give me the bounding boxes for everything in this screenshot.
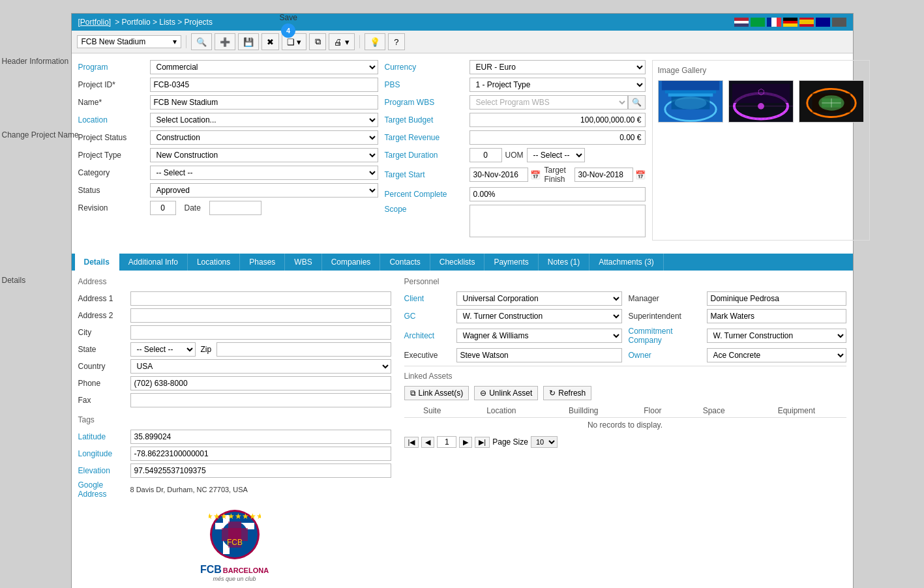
category-select[interactable]: -- Select --	[150, 166, 378, 180]
owner-right: Owner Ace Concrete	[629, 348, 846, 362]
page-size-select[interactable]: 10	[531, 436, 558, 448]
portfolio-link[interactable]: [Portfolio]	[78, 18, 112, 27]
gallery-image-1[interactable]	[658, 80, 723, 123]
phone-input[interactable]	[130, 376, 391, 390]
status-select[interactable]: Approved	[150, 183, 378, 198]
tab-details[interactable]: Details	[75, 254, 119, 271]
longitude-row: Longitude	[78, 447, 391, 461]
save-button[interactable]: 💾	[238, 33, 259, 50]
target-finish-label: Target Finish	[544, 166, 571, 184]
state-select[interactable]: -- Select --	[130, 342, 196, 357]
target-budget-row: Target Budget	[385, 113, 646, 127]
link-asset-btn[interactable]: ⧉ Link Asset(s)	[404, 386, 469, 400]
pagination: |◀ ◀ ▶ ▶| Page Size 10	[404, 436, 846, 448]
tabs-bar: Details Additional Info Locations Phases…	[72, 254, 853, 271]
executive-row: Executive Owner Ace Concrete	[404, 348, 846, 362]
target-duration-input[interactable]	[469, 148, 502, 162]
address1-input[interactable]	[130, 291, 391, 306]
latitude-input[interactable]	[130, 430, 391, 444]
tab-checklists[interactable]: Checklists	[430, 254, 485, 271]
gallery-image-3[interactable]	[799, 80, 864, 123]
gc-select[interactable]: W. Turner Construction	[456, 309, 622, 323]
architect-select[interactable]: Wagner & Williams	[456, 329, 622, 343]
target-finish-input[interactable]	[574, 168, 633, 182]
tab-notes[interactable]: Notes (1)	[539, 254, 589, 271]
prev-page-btn[interactable]: ◀	[421, 437, 434, 448]
name-input[interactable]	[150, 95, 378, 110]
tab-wbs[interactable]: WBS	[285, 254, 321, 271]
toolbar-separator-2	[359, 35, 360, 48]
fax-input[interactable]	[130, 393, 391, 407]
client-select[interactable]: Universal Corporation	[456, 291, 622, 306]
program-wbs-row: Program WBS Select Program WBS 🔍	[385, 95, 646, 110]
target-start-input[interactable]	[469, 168, 528, 182]
last-page-btn[interactable]: ▶|	[475, 437, 490, 448]
refresh-btn[interactable]: ↻ Refresh	[543, 386, 591, 400]
tab-phases[interactable]: Phases	[240, 254, 285, 271]
project-type-select[interactable]: New Construction	[150, 148, 378, 162]
next-page-btn[interactable]: ▶	[459, 437, 472, 448]
pbs-row: PBS 1 - Project Type	[385, 78, 646, 92]
commitment-company-select[interactable]: W. Turner Construction	[707, 329, 846, 343]
target-duration-label: Target Duration	[385, 151, 469, 160]
tab-contacts[interactable]: Contacts	[380, 254, 430, 271]
search-button[interactable]: 🔍	[191, 33, 212, 50]
toolbar-separator-1	[186, 35, 186, 48]
target-budget-input[interactable]	[469, 113, 646, 127]
save-badge: 4	[281, 23, 295, 38]
zip-input[interactable]	[216, 342, 391, 357]
pbs-select[interactable]: 1 - Project Type	[469, 78, 646, 92]
gallery-image-2[interactable]: ⬡	[728, 80, 794, 123]
add-button[interactable]: ➕	[215, 33, 235, 50]
flag-de	[783, 18, 797, 27]
target-revenue-input[interactable]	[469, 130, 646, 145]
city-input[interactable]	[130, 325, 391, 340]
cancel-button[interactable]: ✖	[261, 33, 279, 50]
architect-row: Architect Wagner & Williams Commitment C…	[404, 327, 846, 345]
unlink-asset-btn[interactable]: ⊖ Unlink Asset	[474, 386, 538, 400]
save-label: Save	[280, 13, 297, 22]
scope-textarea[interactable]	[469, 205, 646, 237]
project-status-select[interactable]: Construction	[150, 130, 378, 145]
project-type-row: Project Type New Construction	[78, 148, 378, 162]
address2-input[interactable]	[130, 308, 391, 323]
tab-payments[interactable]: Payments	[484, 254, 538, 271]
program-wbs-search-btn[interactable]: 🔍	[628, 95, 646, 110]
personnel-section-title: Personnel	[404, 277, 846, 286]
target-start-cal-icon[interactable]: 📅	[530, 170, 541, 180]
header-content: Program Commercial Project ID* Name*	[72, 53, 853, 247]
longitude-input[interactable]	[130, 447, 391, 461]
revision-input[interactable]	[150, 201, 176, 215]
owner-select[interactable]: Ace Concrete	[707, 348, 846, 362]
revision-date-input[interactable]	[209, 201, 261, 215]
currency-select[interactable]: EUR - Euro	[469, 60, 646, 74]
tab-companies[interactable]: Companies	[322, 254, 381, 271]
uom-select[interactable]: -- Select --	[527, 148, 585, 162]
first-page-btn[interactable]: |◀	[404, 437, 419, 448]
executive-label: Executive	[404, 351, 456, 360]
lightbulb-button[interactable]: 💡	[365, 33, 385, 50]
percent-complete-input[interactable]	[469, 187, 646, 201]
duplicate-button[interactable]: ⧉	[309, 33, 326, 50]
executive-input[interactable]	[456, 348, 622, 362]
superintendent-input[interactable]	[707, 309, 846, 323]
phone-row: Phone	[78, 376, 391, 390]
linked-assets-title: Linked Assets	[404, 372, 846, 381]
tab-locations[interactable]: Locations	[188, 254, 240, 271]
scope-label: Scope	[385, 205, 469, 214]
tab-attachments[interactable]: Attachments (3)	[589, 254, 664, 271]
elevation-input[interactable]	[130, 463, 391, 478]
help-button[interactable]: ?	[388, 33, 405, 50]
target-finish-cal-icon[interactable]: 📅	[635, 170, 646, 180]
country-select[interactable]: USA	[130, 359, 391, 374]
location-select[interactable]: Select Location...	[150, 113, 378, 127]
print-button[interactable]: 🖨 ▾	[329, 33, 355, 50]
manager-input[interactable]	[707, 291, 846, 306]
page-number-input[interactable]	[437, 436, 456, 448]
tab-additional-info[interactable]: Additional Info	[119, 254, 188, 271]
program-select[interactable]: Commercial	[150, 60, 378, 74]
project-selector[interactable]: FCB New Stadium ▾	[77, 35, 181, 48]
program-wbs-select[interactable]: Select Program WBS	[469, 95, 628, 110]
left-form: Program Commercial Project ID* Name*	[78, 60, 378, 241]
project-id-input[interactable]	[150, 78, 378, 92]
